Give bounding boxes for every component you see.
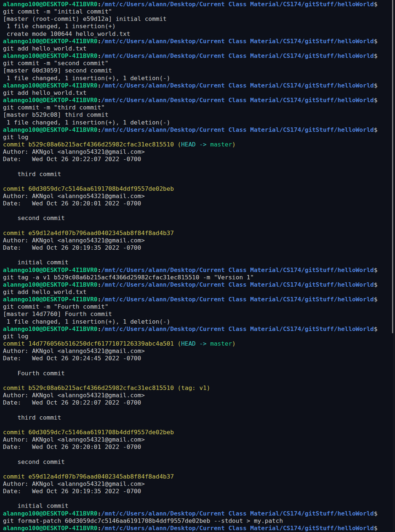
text-segment: Author: AKNgol <alanngo54321@gmail.com> bbox=[3, 480, 145, 487]
prompt-dollar: $ bbox=[374, 82, 377, 89]
prompt-line: alanngo100@DESKTOP-4I1BVR0:/mnt/c/Users/… bbox=[3, 267, 390, 274]
text-segment: Date: Wed Oct 26 20:20:01 2022 -0700 bbox=[3, 200, 141, 207]
prompt-line: alanngo100@DESKTOP-4I1BVR0:/mnt/c/Users/… bbox=[3, 1, 390, 8]
prompt-line: alanngo100@DESKTOP-4I1BVR0:/mnt/c/Users/… bbox=[3, 281, 390, 289]
prompt-separator: : bbox=[97, 126, 101, 133]
terminal-line: Author: AKNgol <alanngo54321@gmail.com> bbox=[3, 480, 390, 488]
text-segment: git log bbox=[3, 134, 29, 141]
terminal-line: 1 file changed, 1 insertion(+), 1 deleti… bbox=[3, 119, 390, 126]
text-segment: second commit bbox=[3, 458, 65, 465]
prompt-line: alanngo100@DESKTOP-4I1BVR0:/mnt/c/Users/… bbox=[3, 296, 390, 303]
text-segment: 1 file changed, 1 insertion(+) bbox=[3, 23, 116, 30]
terminal-blank-line bbox=[3, 252, 390, 259]
prompt-user-host: alanngo100@DESKTOP-4I1BVR0 bbox=[3, 510, 97, 517]
text-segment: Author: AKNgol <alanngo54321@gmail.com> bbox=[3, 148, 145, 155]
terminal-line: commit b529c08a6b215acf4366d25982cfac31e… bbox=[3, 384, 390, 392]
terminal-line: git add hello_world.txt bbox=[3, 289, 390, 296]
terminal-blank-line bbox=[3, 451, 390, 458]
text-segment: git add hello_world.txt bbox=[3, 45, 86, 52]
text-segment: Date: Wed Oct 26 20:22:07 2022 -0700 bbox=[3, 399, 141, 406]
text-segment: second commit bbox=[3, 215, 65, 222]
prompt-path: /mnt/c/Users/alann/Desktop/Current Class… bbox=[101, 510, 374, 517]
prompt-line: alanngo100@DESKTOP-4I1BVR0:/mnt/c/Users/… bbox=[3, 510, 390, 517]
text-segment: Author: AKNgol <alanngo54321@gmail.com> bbox=[3, 347, 145, 354]
prompt-dollar: $ bbox=[374, 126, 377, 133]
terminal-line: Date: Wed Oct 26 20:19:35 2022 -0700 bbox=[3, 488, 390, 495]
prompt-dollar: $ bbox=[374, 267, 377, 274]
terminal-line: second commit bbox=[3, 458, 390, 466]
prompt-line: alanngo100@DESKTOP-4I1BVR0:/mnt/c/Users/… bbox=[3, 126, 390, 134]
text-segment: commit b529c08a6b215acf4366d25982cfac31e… bbox=[3, 384, 210, 391]
terminal-line: second commit bbox=[3, 215, 390, 222]
terminal-line: [master b529c08] third commit bbox=[3, 111, 390, 119]
text-segment: Date: Wed Oct 26 20:24:45 2022 -0700 bbox=[3, 355, 141, 362]
prompt-user-host: alanngo100@DESKTOP-4I1BVR0 bbox=[3, 97, 97, 104]
terminal-line: Date: Wed Oct 26 20:22:07 2022 -0700 bbox=[3, 156, 390, 163]
terminal-line: Author: AKNgol <alanngo54321@gmail.com> bbox=[3, 193, 390, 200]
terminal-blank-line bbox=[3, 421, 390, 429]
text-segment: commit 14d776056b516250dcf6177107126339a… bbox=[3, 340, 181, 347]
text-segment: Author: AKNgol <alanngo54321@gmail.com> bbox=[3, 193, 145, 200]
terminal-line: [master (root-commit) e59d12a] initial c… bbox=[3, 15, 390, 23]
prompt-path: /mnt/c/Users/alann/Desktop/Current Class… bbox=[101, 296, 374, 303]
terminal-line: git log bbox=[3, 134, 390, 141]
terminal-line: git commit -m "third commit" bbox=[3, 104, 390, 111]
text-segment: [master b529c08] third commit bbox=[3, 111, 108, 118]
text-segment: initial commit bbox=[3, 502, 68, 509]
prompt-dollar: $ bbox=[374, 52, 377, 59]
terminal-blank-line bbox=[3, 466, 390, 473]
prompt-path: /mnt/c/Users/alann/Desktop/Current Class… bbox=[101, 97, 374, 104]
prompt-user-host: alanngo100@DESKTOP-4I1BVR0 bbox=[3, 281, 97, 288]
prompt-path: /mnt/c/Users/alann/Desktop/Current Class… bbox=[101, 325, 374, 332]
prompt-path: /mnt/c/Users/alann/Desktop/Current Class… bbox=[101, 281, 374, 288]
terminal-line: git commit -m "Fourth commit" bbox=[3, 303, 390, 310]
terminal-blank-line bbox=[3, 222, 390, 230]
prompt-separator: : bbox=[97, 525, 101, 532]
terminal-blank-line bbox=[3, 207, 390, 215]
prompt-separator: : bbox=[97, 97, 101, 104]
terminal-line: commit e59d12a4df07b796aad0402345ab8f84f… bbox=[3, 473, 390, 480]
terminal-blank-line bbox=[3, 377, 390, 384]
text-segment: commit e59d12a4df07b796aad0402345ab8f84f… bbox=[3, 230, 174, 237]
text-segment: 1 file changed, 1 insertion(+), 1 deleti… bbox=[3, 318, 170, 325]
text-segment: commit e59d12a4df07b796aad0402345ab8f84f… bbox=[3, 473, 174, 480]
prompt-dollar: $ bbox=[374, 1, 377, 8]
text-segment: git log bbox=[3, 333, 29, 340]
scrollbar-thumb[interactable] bbox=[392, 0, 393, 333]
text-segment: third commit bbox=[3, 171, 61, 178]
terminal-line: create mode 100644 hello_world.txt bbox=[3, 30, 390, 38]
prompt-user-host: alanngo100@DESKTOP-4I1BVR0 bbox=[3, 1, 97, 8]
text-segment: git commit -m "initial commit" bbox=[3, 8, 112, 15]
terminal-line: initial commit bbox=[3, 259, 390, 266]
terminal-line: 1 file changed, 1 insertion(+), 1 deleti… bbox=[3, 318, 390, 325]
prompt-separator: : bbox=[97, 510, 101, 517]
prompt-line: alanngo100@DESKTOP-4I1BVR0:/mnt/c/Users/… bbox=[3, 97, 390, 104]
prompt-dollar: $ bbox=[374, 38, 377, 45]
terminal-line: Author: AKNgol <alanngo54321@gmail.com> bbox=[3, 436, 390, 443]
terminal-line: commit 60d3059dc7c5146aa6191708b4ddf9557… bbox=[3, 185, 390, 193]
terminal-screen[interactable]: alanngo100@DESKTOP-4I1BVR0:/mnt/c/Users/… bbox=[3, 1, 390, 532]
text-segment: Date: Wed Oct 26 20:20:01 2022 -0700 bbox=[3, 443, 141, 450]
terminal-line: Author: AKNgol <alanngo54321@gmail.com> bbox=[3, 392, 390, 399]
terminal-line: Author: AKNgol <alanngo54321@gmail.com> bbox=[3, 237, 390, 244]
prompt-user-host: alanngo100@DESKTOP-4I1BVR0 bbox=[3, 38, 97, 45]
text-segment: git add hello_world.txt bbox=[3, 89, 86, 96]
text-segment: Author: AKNgol <alanngo54321@gmail.com> bbox=[3, 436, 145, 443]
prompt-separator: : bbox=[97, 325, 101, 332]
text-segment: commit b529c08a6b215acf4366d25982cfac31e… bbox=[3, 141, 181, 148]
text-segment bbox=[206, 141, 210, 148]
text-segment: create mode 100644 hello_world.txt bbox=[3, 30, 130, 37]
prompt-path: /mnt/c/Users/alann/Desktop/Current Class… bbox=[101, 126, 374, 133]
text-segment: third commit bbox=[3, 414, 61, 421]
prompt-separator: : bbox=[97, 1, 101, 8]
terminal-line: commit 14d776056b516250dcf6177107126339a… bbox=[3, 340, 390, 347]
terminal-line: git log bbox=[3, 333, 390, 340]
prompt-separator: : bbox=[97, 267, 101, 274]
prompt-dollar: $ bbox=[374, 510, 377, 517]
prompt-dollar: $ bbox=[374, 281, 377, 288]
text-segment: git commit -m "Fourth commit" bbox=[3, 303, 108, 310]
prompt-dollar: $ bbox=[374, 525, 377, 532]
text-segment: git add hello_world.txt bbox=[3, 289, 86, 295]
terminal-line: Date: Wed Oct 26 20:20:01 2022 -0700 bbox=[3, 200, 390, 207]
terminal-line: Date: Wed Oct 26 20:19:35 2022 -0700 bbox=[3, 244, 390, 252]
